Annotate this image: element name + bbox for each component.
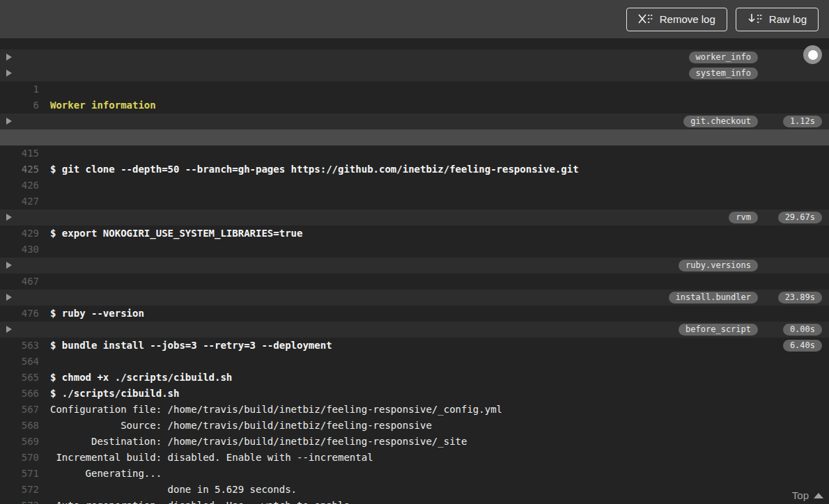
fold-arrow-icon[interactable]	[6, 326, 12, 333]
log-line[interactable]: 571 done in 5.629 seconds.	[0, 434, 829, 450]
duration-badge: 6.40s	[783, 340, 822, 352]
stage-badge: worker_info	[689, 52, 758, 63]
log-line[interactable]: 476	[0, 274, 829, 290]
log-line[interactable]: 467 $ export BUNDLE_GEMFILE=$PWD/Gemfile	[0, 242, 829, 258]
raw-log-button[interactable]: Raw log	[736, 8, 819, 31]
log-line[interactable]: 466	[0, 226, 829, 242]
log-line[interactable]: 468 $ ruby --version ruby.versions	[0, 258, 829, 274]
fold-arrow-icon[interactable]	[6, 70, 12, 77]
log-toolbar: Remove log Raw log	[0, 0, 829, 38]
log-line[interactable]: 430 $ rvm use 2.3.3 --install --binary -…	[0, 210, 829, 226]
remove-log-icon	[638, 13, 653, 26]
stage-badge: system_info	[689, 68, 758, 79]
stage-badge: before_script	[679, 324, 758, 336]
log-line[interactable]: 415 $ git clone --depth=50 --branch=gh-p…	[0, 113, 829, 129]
fold-arrow-icon[interactable]	[6, 118, 12, 125]
log-line[interactable]: 565 $ ./scripts/cibuild.sh 6.40s	[0, 338, 829, 354]
raw-log-icon	[747, 13, 763, 26]
log-line[interactable]: 568 Destination: /home/travis/build/inet…	[0, 386, 829, 402]
duration-badge: 0.00s	[783, 324, 822, 336]
build-log: 1 Worker information worker_info 6 Build…	[0, 38, 829, 504]
log-line[interactable]: 6 Build system information system_info	[0, 65, 829, 81]
scroll-indicator[interactable]	[803, 45, 822, 64]
remove-log-label: Remove log	[660, 13, 715, 25]
log-line[interactable]: 426	[0, 145, 829, 162]
log-line[interactable]: 429	[0, 194, 829, 210]
log-line[interactable]: 563	[0, 306, 829, 322]
stage-badge: install.bundler	[669, 292, 758, 304]
stage-badge: git.checkout	[683, 116, 758, 127]
log-line[interactable]: 477 $ bundle install --jobs=3 --retry=3 …	[0, 290, 829, 306]
log-line[interactable]: 572 Auto-regeneration: disabled. Use --w…	[0, 450, 829, 466]
fold-arrow-icon[interactable]	[6, 54, 12, 61]
log-line[interactable]: 564 $ chmod +x ./scripts/cibuild.sh befo…	[0, 322, 829, 338]
log-line[interactable]: 575	[0, 498, 829, 504]
duration-badge: 23.89s	[778, 292, 822, 304]
log-line[interactable]: 428 $ export NOKOGIRI_USE_SYSTEM_LIBRARI…	[0, 178, 829, 194]
arrow-up-icon	[814, 493, 823, 498]
fold-arrow-icon[interactable]	[6, 214, 12, 221]
fold-arrow-icon[interactable]	[6, 294, 12, 301]
stage-badge: rvm	[729, 212, 758, 223]
stage-badge: ruby.versions	[679, 260, 758, 271]
scroll-to-top-label: Top	[792, 489, 809, 501]
log-line[interactable]: 427 Setting environment variables from .…	[0, 162, 829, 178]
remove-log-button[interactable]: Remove log	[626, 8, 727, 31]
scroll-to-top-link[interactable]: Top	[792, 489, 823, 501]
log-line[interactable]: 566 Configuration file: /home/travis/bui…	[0, 354, 829, 370]
log-line[interactable]: 574	[0, 482, 829, 498]
log-line[interactable]: 573 The command "./scripts/cibuild.sh" e…	[0, 466, 829, 482]
log-line[interactable]: 1 Worker information worker_info	[0, 49, 829, 65]
log-line[interactable]: 425	[0, 129, 829, 145]
fold-arrow-icon[interactable]	[6, 262, 12, 269]
log-line[interactable]: 570 Generating...	[0, 418, 829, 434]
raw-log-label: Raw log	[769, 13, 807, 25]
log-line[interactable]: 569 Incremental build: disabled. Enable …	[0, 402, 829, 418]
log-line[interactable]: 414	[0, 97, 829, 113]
log-line[interactable]: 567 Source: /home/travis/build/inetbiz/f…	[0, 370, 829, 386]
log-line[interactable]: 413	[0, 81, 829, 97]
duration-badge: 29.67s	[778, 212, 822, 223]
duration-badge: 1.12s	[783, 116, 822, 127]
